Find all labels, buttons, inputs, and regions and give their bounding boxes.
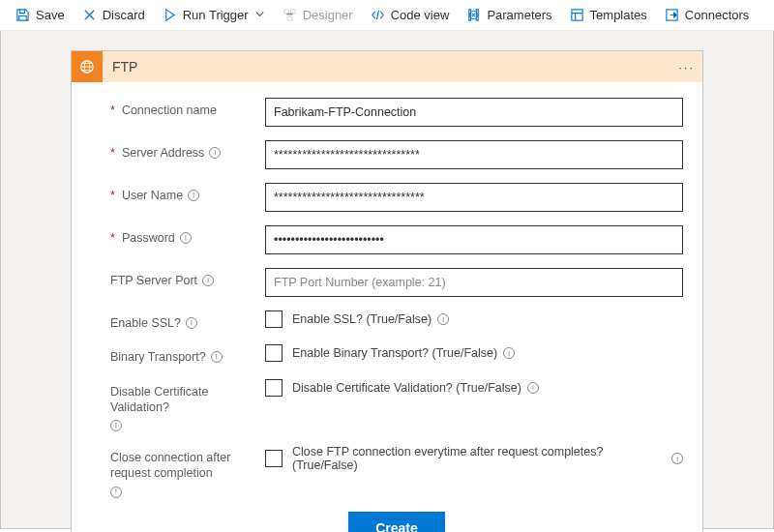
- close-icon: [82, 8, 97, 22]
- templates-button[interactable]: Templates: [562, 6, 655, 24]
- card-body: *Connection name *Server Addressi *User …: [72, 82, 702, 532]
- designer-icon: [283, 8, 297, 22]
- info-icon[interactable]: i: [671, 453, 683, 464]
- play-icon: [163, 8, 177, 22]
- info-icon[interactable]: i: [186, 317, 197, 329]
- close-desc: Close FTP connection everytime after req…: [292, 445, 683, 472]
- row-port: FTP Server Porti: [110, 268, 683, 297]
- codeview-label: Code view: [391, 8, 450, 22]
- info-icon[interactable]: i: [503, 347, 515, 359]
- svg-rect-0: [284, 10, 289, 14]
- row-user-name: *User Namei: [110, 183, 683, 212]
- ssl-desc: Enable SSL? (True/False)i: [292, 312, 449, 326]
- info-icon[interactable]: i: [202, 275, 214, 286]
- label-server-address: *Server Addressi: [110, 140, 265, 161]
- card-header[interactable]: FTP ···: [72, 51, 702, 82]
- close-checkbox[interactable]: [265, 450, 283, 467]
- ftp-action-card: FTP ··· *Connection name *Server Address…: [71, 50, 703, 532]
- info-icon[interactable]: i: [209, 147, 221, 159]
- port-input[interactable]: [265, 268, 683, 297]
- ftp-icon: [72, 51, 103, 82]
- label-password: *Passwordi: [110, 225, 265, 246]
- row-password: *Passwordi: [110, 225, 683, 254]
- info-icon[interactable]: i: [180, 232, 192, 244]
- ssl-checkbox[interactable]: [265, 310, 283, 328]
- run-label: Run Trigger: [183, 8, 249, 22]
- designer-canvas: FTP ··· *Connection name *Server Address…: [0, 31, 774, 529]
- svg-rect-2: [287, 16, 292, 20]
- row-cert: Disable Certificate Validation?i Disable…: [110, 379, 683, 432]
- designer-button: Designer: [275, 6, 361, 24]
- user-name-input[interactable]: [265, 183, 683, 212]
- create-button[interactable]: Create: [348, 512, 445, 533]
- connectors-label: Connectors: [685, 8, 749, 22]
- binary-desc: Enable Binary Transport? (True/False)i: [292, 346, 515, 360]
- info-icon[interactable]: i: [188, 190, 199, 201]
- toolbar: Save Discard Run Trigger Designer Code v…: [0, 0, 774, 31]
- row-close: Close connection after request completio…: [110, 445, 683, 498]
- row-ssl: Enable SSL?i Enable SSL? (True/False)i: [110, 310, 683, 331]
- discard-label: Discard: [103, 8, 145, 22]
- svg-rect-4: [571, 10, 581, 20]
- row-server-address: *Server Addressi: [110, 140, 683, 169]
- label-port: FTP Server Porti: [110, 268, 265, 288]
- label-user-name: *User Namei: [110, 183, 265, 203]
- save-button[interactable]: Save: [8, 6, 73, 24]
- cert-checkbox[interactable]: [265, 379, 283, 397]
- binary-checkbox[interactable]: [265, 344, 283, 362]
- label-binary: Binary Transport?i: [110, 344, 265, 365]
- label-connection-name: *Connection name: [110, 98, 265, 118]
- connectors-button[interactable]: Connectors: [657, 6, 757, 24]
- discard-button[interactable]: Discard: [74, 6, 153, 24]
- row-binary: Binary Transport?i Enable Binary Transpo…: [110, 344, 683, 365]
- run-trigger-button[interactable]: Run Trigger: [155, 6, 273, 24]
- parameters-button[interactable]: Parameters: [459, 6, 559, 24]
- svg-rect-1: [290, 10, 295, 14]
- chevron-down-icon: [254, 8, 265, 22]
- password-input[interactable]: [265, 225, 683, 254]
- connectors-icon: [665, 8, 679, 22]
- label-close: Close connection after request completio…: [110, 445, 265, 498]
- code-icon: [371, 8, 385, 22]
- parameters-icon: [466, 8, 481, 22]
- row-connection-name: *Connection name: [110, 98, 683, 127]
- info-icon[interactable]: i: [110, 487, 122, 498]
- cert-desc: Disable Certificate Validation? (True/Fa…: [292, 381, 539, 395]
- templates-label: Templates: [590, 8, 647, 22]
- card-title: FTP: [112, 59, 137, 74]
- label-cert: Disable Certificate Validation?i: [110, 379, 265, 432]
- codeview-button[interactable]: Code view: [363, 6, 458, 24]
- connection-name-input[interactable]: [265, 98, 683, 127]
- templates-icon: [570, 8, 584, 22]
- designer-label: Designer: [303, 8, 353, 22]
- info-icon[interactable]: i: [211, 351, 223, 363]
- parameters-label: Parameters: [487, 8, 551, 22]
- info-icon[interactable]: i: [437, 313, 449, 325]
- save-icon: [15, 8, 30, 22]
- card-menu-button[interactable]: ···: [678, 51, 695, 82]
- label-ssl: Enable SSL?i: [110, 310, 265, 331]
- server-address-input[interactable]: [265, 140, 683, 169]
- save-label: Save: [36, 8, 65, 22]
- info-icon[interactable]: i: [110, 420, 122, 431]
- info-icon[interactable]: i: [527, 382, 539, 394]
